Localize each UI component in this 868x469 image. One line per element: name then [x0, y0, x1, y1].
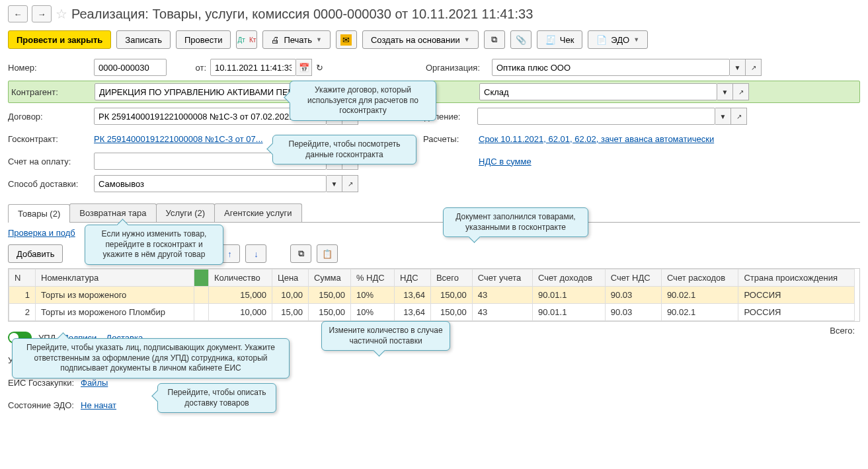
- mail-icon: ✉: [340, 34, 352, 46]
- warehouse-field[interactable]: [479, 83, 717, 100]
- col-n[interactable]: N: [9, 270, 36, 287]
- check-link[interactable]: Проверка и подб: [8, 228, 75, 238]
- division-dropdown-button[interactable]: ▼: [715, 108, 731, 125]
- calc-label: Расчеты:: [423, 134, 476, 144]
- save-button[interactable]: Записать: [116, 30, 171, 49]
- counterparty-label: Контрагент:: [9, 87, 95, 97]
- add-row-button[interactable]: Добавить: [8, 244, 63, 263]
- edo-state-link[interactable]: Не начат: [81, 400, 116, 410]
- goods-table: N Номенклатура Количество Цена Сумма % Н…: [9, 269, 855, 321]
- date-field[interactable]: [210, 59, 296, 76]
- org-dropdown-button[interactable]: ▼: [730, 59, 746, 76]
- callout-goscontract: Перейдите, чтобы посмотреть данные госко…: [272, 135, 416, 164]
- col-sum[interactable]: Сумма: [308, 270, 350, 287]
- delivery-field[interactable]: [94, 175, 327, 192]
- calendar-button[interactable]: 📅: [296, 59, 312, 76]
- tab-agent[interactable]: Агентские услуги: [214, 203, 302, 222]
- col-income[interactable]: Счет доходов: [533, 270, 606, 287]
- col-vatacc[interactable]: Счет НДС: [605, 270, 661, 287]
- post-and-close-button[interactable]: Провести и закрыть: [8, 30, 111, 49]
- delivery-label: Способ доставки:: [8, 179, 94, 189]
- callout-filled: Документ заполнился товарами, указанными…: [443, 207, 588, 237]
- calendar-icon: 📅: [299, 63, 309, 73]
- col-acc[interactable]: Счет учета: [472, 270, 532, 287]
- warehouse-open-button[interactable]: ↗: [733, 83, 749, 100]
- number-field[interactable]: [94, 59, 167, 76]
- favorite-icon[interactable]: ☆: [56, 6, 67, 22]
- edo-icon: 📄: [596, 35, 607, 45]
- page-title: Реализация: Товары, услуги, комиссия 000…: [71, 7, 533, 22]
- org-label: Организация:: [426, 63, 492, 73]
- copy-icon: ⧉: [298, 248, 304, 259]
- attach-button[interactable]: 📎: [510, 30, 532, 49]
- table-row[interactable]: 1Торты из мороженого15,00010,00150,0010%…: [9, 287, 855, 304]
- division-open-button[interactable]: ↗: [731, 108, 747, 125]
- nav-forward-button[interactable]: →: [32, 5, 52, 22]
- nav-back-button[interactable]: ←: [8, 5, 28, 22]
- paste-icon: 📋: [322, 249, 333, 259]
- related-button[interactable]: ⧉: [484, 30, 505, 49]
- callout-qty: Измените количество в случае частичной п…: [321, 321, 450, 351]
- post-button[interactable]: Провести: [176, 30, 231, 49]
- check-button[interactable]: 🧾Чек: [537, 30, 583, 49]
- col-total[interactable]: Всего: [430, 270, 472, 287]
- tab-services[interactable]: Услуги (2): [156, 203, 215, 222]
- counterparty-field[interactable]: [95, 83, 298, 100]
- table-row[interactable]: 2Торты из мороженого Пломбир10,00015,001…: [9, 304, 855, 321]
- callout-change-item: Если нужно изменить товар, перейдите в г…: [85, 225, 223, 265]
- number-label: Номер:: [8, 63, 94, 73]
- eis-label: ЕИС Госзакупки:: [8, 378, 81, 388]
- edo-state-label: Состояние ЭДО:: [8, 400, 81, 410]
- total-label: Всего:: [830, 326, 855, 336]
- callout-delivery: Перейдите, чтобы описать доставку товаро…: [157, 383, 276, 413]
- col-nom[interactable]: Номенклатура: [36, 270, 194, 287]
- create-based-button[interactable]: Создать на основании▼: [362, 30, 479, 49]
- print-button[interactable]: 🖨Печать▼: [262, 30, 331, 49]
- move-down-button[interactable]: ↓: [245, 244, 266, 263]
- printer-icon: 🖨: [271, 35, 280, 45]
- col-vat[interactable]: НДС: [395, 270, 431, 287]
- org-field[interactable]: [492, 59, 730, 76]
- delivery-open-button[interactable]: ↗: [342, 175, 358, 192]
- copy-button[interactable]: ⧉: [290, 244, 311, 263]
- receipt-icon: 🧾: [545, 35, 556, 45]
- col-vatp[interactable]: % НДС: [350, 270, 394, 287]
- org-open-button[interactable]: ↗: [746, 59, 762, 76]
- dtkt-button[interactable]: ДтКт: [236, 30, 257, 49]
- callout-sign: Перейдите, чтобы указать лиц, подписываю…: [12, 338, 290, 379]
- delivery-dropdown-button[interactable]: ▼: [327, 175, 342, 192]
- division-field[interactable]: [477, 108, 715, 125]
- callout-contract: Укажите договор, который используется дл…: [290, 81, 436, 121]
- goscontract-link[interactable]: РК 25914000191221000008 №1С-3 от 07...: [94, 134, 263, 144]
- col-price[interactable]: Цена: [272, 270, 309, 287]
- col-exp[interactable]: Счет расходов: [661, 270, 738, 287]
- calc-link[interactable]: Срок 10.11.2021, 62.01, 62.02, зачет ава…: [479, 134, 714, 144]
- tab-goods[interactable]: Товары (2): [8, 204, 70, 223]
- invoice-label: Счет на оплату:: [8, 157, 94, 166]
- warehouse-dropdown-button[interactable]: ▼: [717, 83, 733, 100]
- arrow-up-icon: ↑: [227, 249, 232, 259]
- col-qty[interactable]: Количество: [209, 270, 272, 287]
- col-country[interactable]: Страна происхождения: [738, 270, 855, 287]
- from-label: от:: [173, 63, 206, 73]
- files-link[interactable]: Файлы: [81, 378, 108, 388]
- goscontract-label: Госконтракт:: [8, 134, 94, 144]
- paste-button[interactable]: 📋: [317, 244, 338, 263]
- email-button[interactable]: ✉: [336, 30, 357, 49]
- clip-icon: 📎: [516, 35, 526, 45]
- contract-label: Договор:: [8, 112, 94, 122]
- edo-button[interactable]: 📄ЭДО▼: [588, 30, 648, 49]
- tab-returnable[interactable]: Возвратная тара: [69, 203, 156, 222]
- related-icon: ⧉: [491, 34, 497, 45]
- vat-link[interactable]: НДС в сумме: [479, 157, 532, 166]
- arrow-down-icon: ↓: [254, 249, 258, 259]
- refresh-icon[interactable]: ↻: [316, 63, 323, 73]
